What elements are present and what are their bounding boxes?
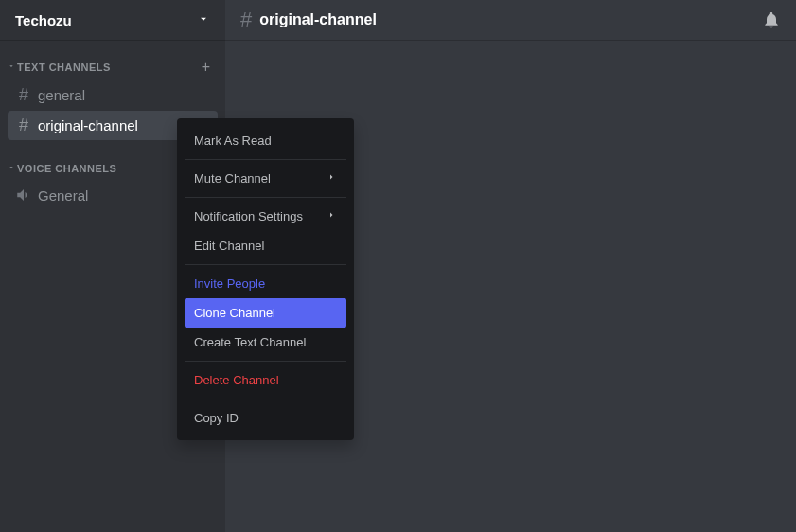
channel-name: general bbox=[38, 87, 85, 103]
context-invite-people[interactable]: Invite People bbox=[185, 269, 346, 298]
context-label: Notification Settings bbox=[194, 209, 303, 223]
channel-title: # original-channel bbox=[240, 8, 377, 32]
context-edit-channel[interactable]: Edit Channel bbox=[185, 231, 346, 260]
channel-name: original-channel bbox=[38, 117, 138, 133]
channel-title-text: original-channel bbox=[259, 11, 377, 28]
hash-icon: # bbox=[15, 115, 32, 135]
chevron-right-icon bbox=[326, 209, 337, 223]
section-title: TEXT CHANNELS bbox=[8, 62, 111, 73]
context-label: Clone Channel bbox=[194, 306, 275, 320]
server-name: Techozu bbox=[15, 12, 72, 28]
context-menu: Mark As Read Mute Channel Notification S… bbox=[177, 118, 354, 440]
context-mute-channel[interactable]: Mute Channel bbox=[185, 164, 346, 193]
context-clone-channel[interactable]: Clone Channel bbox=[185, 298, 346, 328]
context-delete-channel[interactable]: Delete Channel bbox=[185, 365, 346, 395]
channel-name: General bbox=[38, 187, 88, 204]
context-label: Create Text Channel bbox=[194, 335, 306, 349]
context-divider bbox=[185, 264, 346, 265]
add-channel-icon[interactable]: + bbox=[202, 59, 210, 76]
context-divider bbox=[185, 159, 346, 160]
context-divider bbox=[185, 399, 346, 399]
main-header: # original-channel bbox=[225, 0, 796, 40]
chevron-down-icon bbox=[8, 164, 15, 173]
speaker-icon bbox=[15, 186, 32, 204]
text-channels-label: TEXT CHANNELS bbox=[17, 62, 111, 73]
context-label: Edit Channel bbox=[194, 239, 264, 253]
context-divider bbox=[185, 197, 346, 198]
channel-item-general[interactable]: # general bbox=[8, 80, 218, 110]
context-label: Delete Channel bbox=[194, 373, 279, 387]
context-create-text-channel[interactable]: Create Text Channel bbox=[185, 328, 346, 357]
server-header[interactable]: Techozu bbox=[0, 0, 225, 40]
chevron-right-icon bbox=[326, 171, 337, 186]
context-mark-as-read[interactable]: Mark As Read bbox=[185, 126, 346, 155]
text-channels-header[interactable]: TEXT CHANNELS + bbox=[0, 55, 225, 80]
context-label: Mute Channel bbox=[194, 171, 271, 186]
context-copy-id[interactable]: Copy ID bbox=[185, 403, 346, 433]
notification-bell-icon[interactable] bbox=[762, 10, 781, 29]
context-label: Invite People bbox=[194, 276, 265, 291]
voice-channels-label: VOICE CHANNELS bbox=[17, 163, 116, 174]
section-title: VOICE CHANNELS bbox=[8, 163, 116, 174]
chevron-down-icon bbox=[8, 62, 15, 72]
hash-icon: # bbox=[15, 85, 32, 105]
context-label: Copy ID bbox=[194, 411, 239, 425]
hash-icon: # bbox=[240, 8, 252, 32]
context-label: Mark As Read bbox=[194, 133, 272, 148]
chevron-down-icon bbox=[197, 12, 210, 28]
context-divider bbox=[185, 361, 346, 362]
context-notification-settings[interactable]: Notification Settings bbox=[185, 202, 346, 231]
